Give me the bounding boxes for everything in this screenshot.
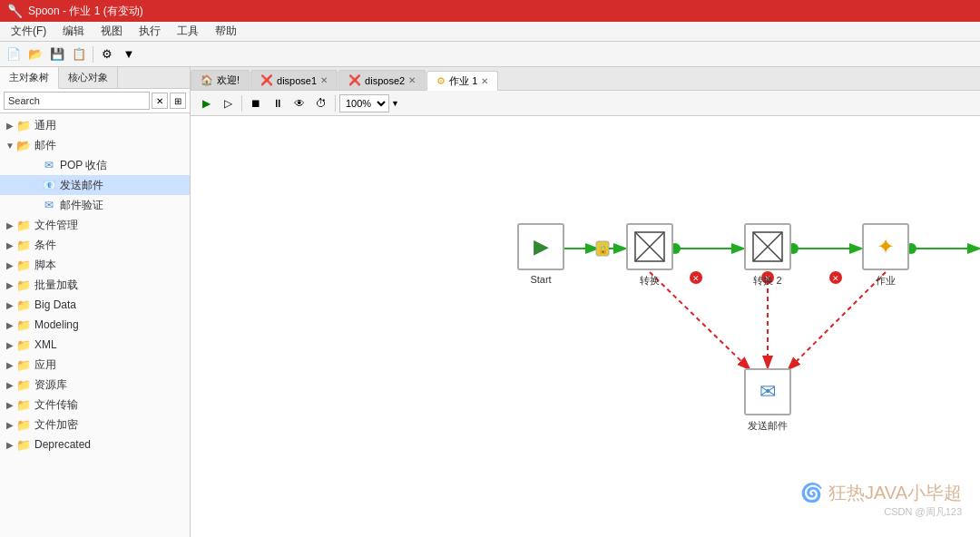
menu-file[interactable]: 文件(F) [4,22,54,41]
tree-item-condition[interactable]: ▶ 📁 条件 [0,235,190,255]
search-input[interactable] [4,92,150,110]
folder-icon-bulk: 📁 [16,278,31,292]
tree-item-deprecated[interactable]: ▶ 📁 Deprecated [0,434,190,454]
canvas-preview-btn[interactable]: 👁 [289,93,309,113]
tree-item-xml[interactable]: ▶ 📁 XML [0,335,190,355]
tab-close-job1[interactable]: ✕ [481,76,488,86]
tree-label-app: 应用 [34,357,56,373]
icon-pop: ✉ [42,158,56,172]
tree-item-send-mail[interactable]: 📧 发送邮件 [0,175,190,195]
folder-icon-app: 📁 [16,357,31,372]
tree-item-bigdata[interactable]: ▶ 📁 Big Data [0,295,190,315]
watermark: 🌀 狂热JAVA小毕超 CSDN @周凡123 [800,481,962,519]
toolbar-sep1 [93,46,93,63]
svg-rect-1 [596,241,609,256]
search-box: ✕ ⊞ [0,89,190,113]
tab-job1[interactable]: ⚙ 作业 1 ✕ [426,71,498,91]
toolbar-new[interactable]: 📄 [4,44,24,64]
folder-icon-script: 📁 [16,258,31,272]
canvas-sep1 [241,95,242,112]
node-email[interactable]: ✉ 发送邮件 [744,368,791,433]
canvas-pause-btn[interactable]: ⏸ [268,93,288,113]
canvas-schedule-btn[interactable]: ⏱ [311,93,331,113]
panel-tab-core[interactable]: 核心对象 [59,67,118,88]
menu-execute[interactable]: 执行 [132,22,168,41]
tree-item-filetransfer[interactable]: ▶ 📁 文件传输 [0,395,190,415]
tab-dispose1[interactable]: ❌ dispose1 ✕ [250,70,338,90]
panel-tab-objects[interactable]: 主对象树 [0,67,59,89]
tab-close-dispose2[interactable]: ✕ [408,75,416,85]
node-box-transform2 [744,223,791,270]
zoom-select[interactable]: 100% 75% 150% 200% [339,94,389,112]
toolbar-saveas[interactable]: 📋 [69,44,89,64]
node-label-transform1: 转换 [640,274,660,288]
tab-label-dispose1: dispose1 [277,75,317,86]
folder-icon-modeling: 📁 [16,317,31,332]
canvas-sep2 [335,95,336,112]
menu-edit[interactable]: 编辑 [55,22,92,41]
tab-close-dispose1[interactable]: ✕ [320,75,328,85]
toolbar-dropdown[interactable]: ▼ [119,44,139,64]
watermark-logo: 🌀 狂热JAVA小毕超 [800,481,962,505]
search-clear-btn[interactable]: ✕ [152,93,168,109]
tree-label-script: 脚本 [34,258,56,273]
tree-item-modeling[interactable]: ▶ 📁 Modeling [0,315,190,335]
tree-item-filemgr[interactable]: ▶ 📁 文件管理 [0,215,190,235]
toggle-script: ▶ [4,260,16,270]
menu-help[interactable]: 帮助 [208,22,244,41]
node-transform1[interactable]: 转换 [626,223,673,288]
tree-label-modeling: Modeling [34,318,79,331]
svg-point-13 [690,271,702,284]
tree-label-bigdata: Big Data [34,298,76,311]
toolbar-save[interactable]: 💾 [47,44,67,64]
tab-dispose2[interactable]: ❌ dispose2 ✕ [338,70,426,90]
tree-label-repo: 资源库 [34,377,67,393]
folder-icon-fileencrypt: 📁 [16,417,31,432]
canvas-run-debug[interactable]: ▷ [218,93,238,113]
tree-item-repo[interactable]: ▶ 📁 资源库 [0,375,190,395]
tree-label-filemgr: 文件管理 [34,218,78,233]
tab-label-welcome: 欢迎! [217,73,240,87]
node-label-email: 发送邮件 [748,419,788,433]
tree-item-general[interactable]: ▶ 📁 通用 [0,115,190,135]
svg-text:✕: ✕ [692,274,700,283]
tabs-bar: 🏠 欢迎! ❌ dispose1 ✕ ❌ dispose2 ✕ ⚙ 作业 1 ✕ [191,67,980,91]
tab-welcome[interactable]: 🏠 欢迎! [191,70,250,90]
right-panel: 🏠 欢迎! ❌ dispose1 ✕ ❌ dispose2 ✕ ⚙ 作业 1 ✕… [191,67,980,537]
node-label-transform2: 转换 2 [753,274,781,288]
title-bar: 🥄 Spoon - 作业 1 (有变动) [0,0,980,22]
main-toolbar: 📄 📂 💾 📋 ⚙ ▼ [0,42,980,67]
canvas-run-btn[interactable]: ▶ [196,93,216,113]
node-icon-start: ▶ [534,235,549,259]
tree-item-bulk[interactable]: ▶ 📁 批量加载 [0,275,190,295]
zoom-dropdown-icon: ▼ [391,99,399,108]
tab-icon-job1: ⚙ [436,75,446,87]
tree-item-fileencrypt[interactable]: ▶ 📁 文件加密 [0,415,190,434]
transform2-icon [751,230,784,263]
menu-bar: 文件(F) 编辑 视图 执行 工具 帮助 [0,22,980,42]
toolbar-settings[interactable]: ⚙ [97,44,117,64]
tab-icon-welcome: 🏠 [201,74,213,86]
menu-tools[interactable]: 工具 [170,22,206,41]
tree-label-bulk: 批量加载 [34,278,78,293]
canvas-stop-btn[interactable]: ⏹ [246,93,266,113]
tree-item-mail[interactable]: ▼ 📂 邮件 [0,135,190,155]
tree-label-filetransfer: 文件传输 [34,397,78,413]
tree-item-app[interactable]: ▶ 📁 应用 [0,355,190,375]
tree-item-pop[interactable]: ✉ POP 收信 [0,155,190,175]
left-panel: 主对象树 核心对象 ✕ ⊞ ▶ 📁 通用 ▼ 📂 邮件 [0,67,191,537]
canvas-area[interactable]: 🔒 [191,116,980,537]
svg-point-17 [829,271,842,284]
folder-icon-deprecated: 📁 [16,437,31,452]
node-transform2[interactable]: 转换 2 [744,223,791,288]
folder-icon-mail: 📂 [16,138,31,152]
tree-label-mail-verify: 邮件验证 [60,198,103,213]
tree-item-script[interactable]: ▶ 📁 脚本 [0,255,190,275]
node-job[interactable]: ✦ 作业 [862,223,909,288]
node-start[interactable]: ▶ Start [517,223,564,285]
menu-view[interactable]: 视图 [93,22,130,41]
toolbar-open[interactable]: 📂 [25,44,45,64]
tab-icon-dispose1: ❌ [260,74,273,86]
search-options-btn[interactable]: ⊞ [170,93,186,109]
tree-item-mail-verify[interactable]: ✉ 邮件验证 [0,195,190,215]
